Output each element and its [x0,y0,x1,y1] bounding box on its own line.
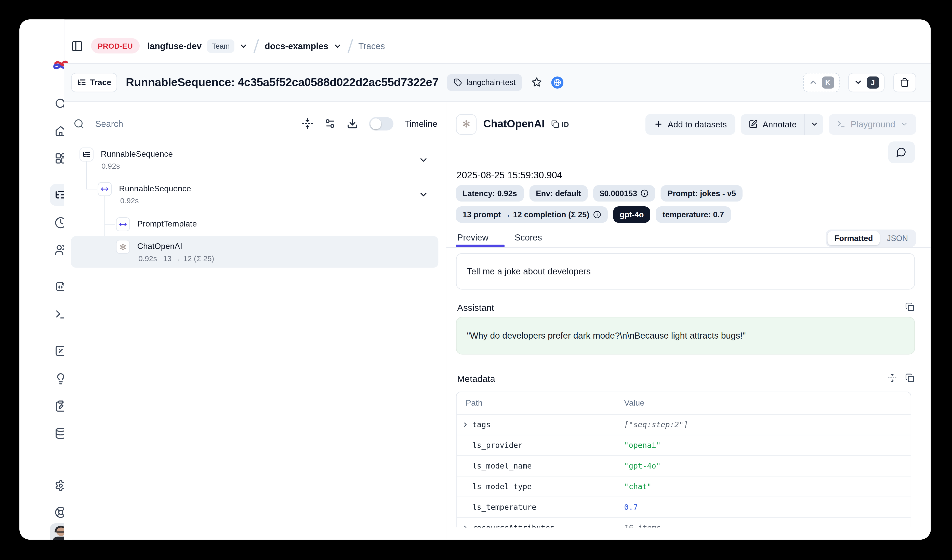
expand-metadata-icon[interactable] [887,373,896,382]
node-label: ChatOpenAI [137,242,182,251]
model-badge[interactable]: gpt-4o [613,206,651,222]
metadata-section-label: Metadata [457,373,495,383]
annotate-dropdown-button[interactable] [805,114,823,134]
info-icon [641,189,649,197]
copy-id-control[interactable]: ID [552,120,569,128]
breadcrumb-separator [253,39,259,53]
download-icon[interactable] [347,118,358,129]
pen-square-icon [749,119,758,129]
prev-observation-button[interactable]: K [803,73,839,92]
metadata-row-ls-temperature: ls_temperature 0.7 [457,497,910,517]
metadata-row-ls-provider: ls_provider "openai" [457,435,910,455]
expand-row-chevron-icon[interactable] [462,524,468,527]
assistant-section-label: Assistant [457,302,494,312]
timeline-label: Timeline [404,119,437,128]
search-icon [73,118,84,129]
project-chevron-down-icon[interactable] [333,42,342,50]
tree-settings-icon[interactable] [325,118,336,129]
node-duration: 0.92s [101,162,120,170]
tree-node-runnablesequence-root[interactable]: RunnableSequence 0.92s [71,143,438,174]
tree-node-prompttemplate[interactable]: PromptTemplate [71,213,438,234]
add-to-datasets-button[interactable]: Add to datasets [645,114,735,134]
metadata-row-resource-attributes[interactable]: resourceAttributes 16 items [457,517,910,527]
copy-metadata-icon[interactable] [905,373,914,382]
metadata-row-ls-model-type: ls_model_type "chat" [457,476,910,497]
org-name[interactable]: langfuse-dev [147,41,202,51]
tag-icon [454,78,462,86]
project-name[interactable]: docs-examples [265,41,328,51]
tree-node-chatopenai[interactable]: ✻ ChatOpenAI 0.92s 13 → 12 (Σ 25) [71,236,438,268]
temperature-badge: temperature: 0.7 [656,206,731,222]
collapse-chevron-icon[interactable] [419,189,429,200]
observation-detail-panel: ✻ ChatOpenAI ID Add to datasets Annotate [446,102,930,539]
detail-tabs: Preview Scores [456,228,552,247]
chevron-down-icon [853,78,862,87]
format-option-json[interactable]: JSON [881,233,914,242]
copy-assistant-icon[interactable] [905,302,914,311]
org-chevron-down-icon[interactable] [240,42,248,50]
public-globe-icon[interactable] [552,76,564,89]
node-label: PromptTemplate [137,219,197,228]
input-message-box: Tell me a joke about developers [456,253,915,289]
assistant-message-box: "Why do developers prefer dark mode?\n\n… [456,317,915,355]
observation-tree-panel: Timeline RunnableSequence 0.92s Runnable… [64,102,447,539]
assistant-message-text: "Why do developers prefer dark mode?\n\n… [467,330,746,340]
prompt-badge[interactable]: Prompt: jokes - v5 [661,185,743,201]
chevron-down-icon [810,120,818,128]
trace-tag-label: langchain-test [466,78,516,87]
comments-button[interactable] [888,141,915,163]
annotate-button[interactable]: Annotate [741,114,804,134]
keyboard-key-j: J [867,76,879,89]
tab-preview[interactable]: Preview [456,228,504,247]
node-label: RunnableSequence [101,149,173,158]
chain-step-icon [116,218,130,231]
id-label: ID [562,120,569,128]
trace-type-chip: Trace [71,73,117,92]
tabs-divider [446,247,930,247]
annotate-button-group: Annotate [741,114,823,134]
playground-button[interactable]: Playground [829,114,916,134]
plus-icon [654,119,663,129]
keyboard-key-k: K [822,76,834,89]
node-metrics: 0.92s 13 → 12 (Σ 25) [138,254,214,263]
trash-icon [899,77,909,87]
sidebar-toggle-icon[interactable] [71,40,83,52]
timeline-toggle[interactable] [369,117,393,130]
tab-scores[interactable]: Scores [504,228,552,247]
format-toggle: Formatted JSON [826,229,916,247]
column-header-value: Value [624,398,644,407]
metadata-row-tags[interactable]: tags ["seq:step:2"] [457,414,910,435]
observation-timestamp: 2025-08-25 15:59:30.904 [457,170,563,180]
observation-title: ChatOpenAI [484,118,545,130]
nav-sidebar [19,19,65,539]
tree-search-input[interactable] [94,118,291,129]
terminal-icon [837,119,846,129]
environment-badge: Env: default [529,185,588,201]
input-message-text: Tell me a joke about developers [467,266,591,276]
badge-row-2: 13 prompt → 12 completion (Σ 25) gpt-4o … [456,206,731,222]
format-option-formatted[interactable]: Formatted [828,231,879,245]
chain-step-icon [98,182,112,196]
bookmark-star-icon[interactable] [531,76,543,89]
trace-tree-icon [77,78,87,87]
next-observation-button[interactable]: J [848,73,884,92]
cost-badge[interactable]: $0.000153 [593,185,655,201]
copy-icon [552,120,559,128]
trace-header: Trace RunnableSequence: 4c35a5f52ca0588d… [64,64,930,102]
chevron-down-icon [900,120,908,128]
node-duration: 0.92s [120,197,139,205]
collapse-all-icon[interactable] [302,118,314,129]
token-usage-badge[interactable]: 13 prompt → 12 completion (Σ 25) [456,206,607,222]
openai-icon: ✻ [116,240,130,254]
delete-trace-button[interactable] [893,73,916,92]
collapse-chevron-icon[interactable] [419,154,429,165]
tree-search[interactable] [73,118,291,129]
app-window: PROD-EU langfuse-dev Team docs-examples … [19,19,930,539]
expand-row-chevron-icon[interactable] [462,421,468,427]
trace-tag-badge[interactable]: langchain-test [447,74,522,91]
node-tokens: 13 → 12 (Σ 25) [163,254,214,263]
screen: PROD-EU langfuse-dev Team docs-examples … [0,0,952,560]
trace-tree-icon [79,147,94,161]
breadcrumb-section[interactable]: Traces [358,41,385,51]
tree-node-runnablesequence-child[interactable]: RunnableSequence 0.92s [71,178,438,210]
